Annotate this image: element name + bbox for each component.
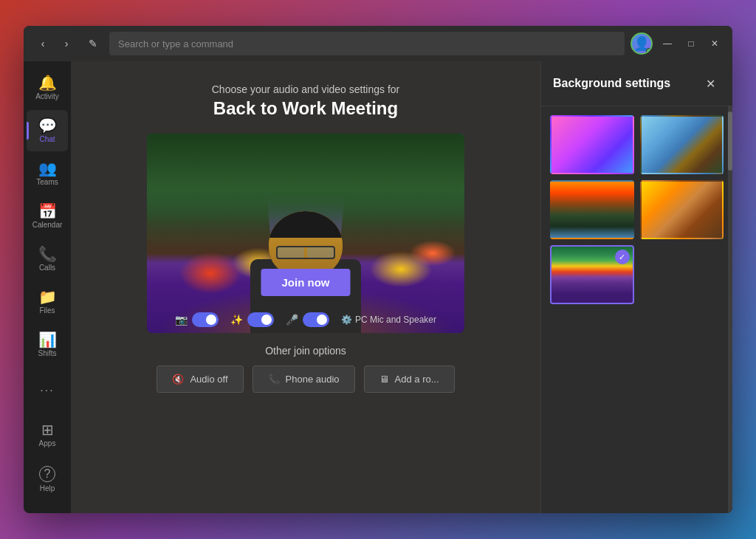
other-options-title: Other join options xyxy=(157,345,454,357)
sidebar-label-calendar: Calendar xyxy=(32,221,63,229)
prejoin-screen: Choose your audio and video settings for… xyxy=(71,61,540,513)
audio-off-icon: 🔇 xyxy=(172,374,184,385)
prejoin-title: Back to Work Meeting xyxy=(213,98,398,119)
chat-icon: 💬 xyxy=(38,118,57,133)
sidebar-label-activity: Activity xyxy=(35,92,59,100)
video-preview: Join now 📷 ✨ 🎤 xyxy=(147,134,464,333)
sidebar-label-teams: Teams xyxy=(36,178,58,186)
add-room-icon: 🖥 xyxy=(379,374,389,385)
video-background xyxy=(147,134,464,333)
bg-thumbnail-4[interactable] xyxy=(640,180,724,239)
files-icon: 📁 xyxy=(38,289,57,304)
controls-bar: 📷 ✨ 🎤 ⚙️ PC Mic and xyxy=(147,312,464,327)
status-indicator xyxy=(646,48,652,54)
effects-toggle[interactable] xyxy=(247,312,274,327)
apps-icon: ⊞ xyxy=(41,422,54,437)
calls-icon: 📞 xyxy=(38,247,57,261)
maximize-button[interactable]: □ xyxy=(682,35,700,52)
glass-right xyxy=(307,247,334,258)
bg-thumbnail-5[interactable]: ✓ xyxy=(550,245,634,304)
sidebar-item-teams[interactable]: 👥 Teams xyxy=(27,153,68,194)
audio-off-label: Audio off xyxy=(190,374,227,385)
bg-settings-title: Background settings xyxy=(553,77,670,90)
video-control-group: 📷 xyxy=(175,312,219,327)
minimize-button[interactable]: — xyxy=(659,35,676,52)
sidebar-item-files[interactable]: 📁 Files xyxy=(27,281,68,323)
bg-thumb-inner-4 xyxy=(642,182,723,238)
compose-button[interactable]: ✎ xyxy=(83,33,103,54)
effects-control-group: ✨ xyxy=(230,312,274,327)
person-head xyxy=(269,211,343,278)
app-window: ‹ › ✎ 👤 — □ ✕ 🔔 Activity 💬 Chat xyxy=(24,26,732,513)
selected-check-icon: ✓ xyxy=(615,250,630,264)
title-bar: ‹ › ✎ 👤 — □ ✕ xyxy=(24,26,732,61)
mic-icon: 🎤 xyxy=(286,314,298,326)
sidebar-item-apps[interactable]: ⊞ Apps xyxy=(27,414,68,456)
activity-icon: 🔔 xyxy=(38,75,57,90)
main-area: 🔔 Activity 💬 Chat 👥 Teams 📅 Calendar 📞 C… xyxy=(24,61,732,513)
gear-icon: ⚙️ xyxy=(341,315,352,325)
sidebar-label-apps: Apps xyxy=(39,439,56,447)
bg-settings-close-button[interactable]: ✕ xyxy=(700,73,721,94)
person-glasses xyxy=(276,246,335,259)
other-join-options: Other join options 🔇 Audio off 📞 Phone a… xyxy=(142,333,469,405)
mic-toggle[interactable] xyxy=(303,312,329,327)
sidebar-label-chat: Chat xyxy=(39,135,55,143)
phone-audio-icon: 📞 xyxy=(268,374,280,385)
prejoin-subtitle: Choose your audio and video settings for xyxy=(212,83,400,95)
search-input[interactable] xyxy=(109,32,625,55)
sidebar-item-calls[interactable]: 📞 Calls xyxy=(27,238,68,280)
calendar-icon: 📅 xyxy=(38,204,57,219)
effects-icon: ✨ xyxy=(230,314,243,326)
bg-thumb-inner-1 xyxy=(551,117,633,173)
sidebar-label-files: Files xyxy=(39,306,55,315)
audio-off-button[interactable]: 🔇 Audio off xyxy=(157,365,243,393)
bg-settings-header: Background settings ✕ xyxy=(541,61,732,106)
mic-control-group: 🎤 xyxy=(286,312,329,327)
help-icon: ? xyxy=(39,466,55,482)
audio-device-label: PC Mic and Speaker xyxy=(355,315,436,325)
sidebar-item-chat[interactable]: 💬 Chat xyxy=(27,110,68,151)
sidebar-item-more[interactable]: ··· xyxy=(27,370,68,411)
audio-device-selector[interactable]: ⚙️ PC Mic and Speaker xyxy=(341,315,436,325)
avatar[interactable]: 👤 xyxy=(630,32,653,55)
sidebar-item-calendar[interactable]: 📅 Calendar xyxy=(27,196,68,237)
bg-thumb-inner-2 xyxy=(642,117,723,173)
phone-audio-button[interactable]: 📞 Phone audio xyxy=(252,365,355,393)
bg-thumbnail-1[interactable] xyxy=(550,115,634,174)
sidebar-bottom: ··· ⊞ Apps ? Help xyxy=(27,370,68,507)
add-room-button[interactable]: 🖥 Add a ro... xyxy=(364,365,455,393)
sidebar-label-shifts: Shifts xyxy=(38,349,56,357)
bg-thumb-inner-3 xyxy=(551,182,633,238)
bg-thumbnail-3[interactable] xyxy=(550,180,634,239)
more-icon: ··· xyxy=(40,384,54,397)
scroll-thumb[interactable] xyxy=(728,111,732,171)
add-room-label: Add a ro... xyxy=(395,374,439,385)
person-hair xyxy=(269,211,343,238)
video-toggle[interactable] xyxy=(192,312,219,327)
glass-left xyxy=(278,247,304,258)
sidebar-item-shifts[interactable]: 📊 Shifts xyxy=(27,324,68,365)
close-button[interactable]: ✕ xyxy=(706,35,724,52)
sidebar: 🔔 Activity 💬 Chat 👥 Teams 📅 Calendar 📞 C… xyxy=(24,61,71,513)
sidebar-item-activity[interactable]: 🔔 Activity xyxy=(27,67,68,109)
sidebar-label-calls: Calls xyxy=(39,264,55,272)
join-option-buttons: 🔇 Audio off 📞 Phone audio 🖥 Add a ro... xyxy=(157,365,454,393)
window-controls: 👤 — □ ✕ xyxy=(630,32,724,55)
back-button[interactable]: ‹ xyxy=(32,33,53,54)
teams-icon: 👥 xyxy=(38,161,57,176)
sidebar-item-help[interactable]: ? Help xyxy=(27,459,68,500)
camera-icon: 📷 xyxy=(175,314,188,326)
background-grid: ✓ xyxy=(541,106,732,313)
shifts-icon: 📊 xyxy=(38,332,57,347)
sidebar-label-help: Help xyxy=(40,484,55,492)
bg-thumbnail-2[interactable] xyxy=(640,115,724,174)
nav-buttons: ‹ › xyxy=(32,33,77,54)
join-now-button[interactable]: Join now xyxy=(261,269,351,296)
content-area: Choose your audio and video settings for… xyxy=(71,61,540,513)
phone-audio-label: Phone audio xyxy=(286,374,340,385)
scroll-track xyxy=(728,106,732,513)
forward-button[interactable]: › xyxy=(56,33,77,54)
background-settings-panel: Background settings ✕ ✓ xyxy=(540,61,732,513)
